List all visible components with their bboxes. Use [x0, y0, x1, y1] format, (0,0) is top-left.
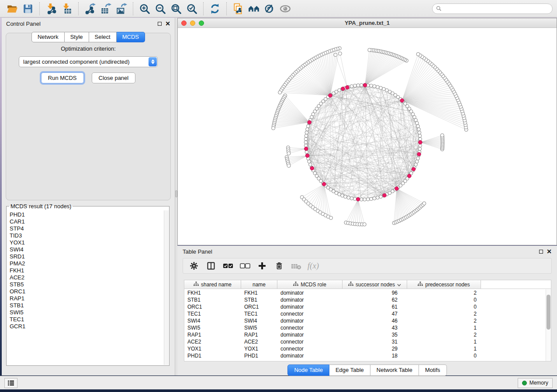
refresh-icon[interactable]: [207, 2, 223, 16]
close-panel-icon[interactable]: ✕: [165, 21, 170, 26]
mcds-node-item[interactable]: RAP1: [10, 295, 161, 302]
toolbar-separator: [78, 2, 79, 15]
import-network-icon[interactable]: [43, 2, 59, 16]
mcds-node-item[interactable]: YOX1: [10, 239, 161, 246]
search-input[interactable]: [444, 6, 549, 12]
delete-column-icon[interactable]: [273, 260, 286, 272]
mcds-node-item[interactable]: CAR1: [10, 218, 161, 225]
node-table: shared namenameMCDS rolesuccessor nodesp…: [184, 280, 551, 361]
optimization-select[interactable]: largest connected component (undirected): [19, 56, 158, 67]
tab-node-table[interactable]: Node Table: [287, 364, 329, 376]
birdseye-icon[interactable]: [277, 2, 293, 16]
cell-predecessor-nodes: 2: [407, 311, 481, 317]
table-row[interactable]: FKH1FKH1dominator962: [184, 289, 546, 296]
toggle-panes-icon[interactable]: [204, 260, 218, 272]
tab-network[interactable]: Network: [31, 32, 65, 42]
table-row[interactable]: STB1STB1dominator620: [184, 296, 546, 303]
save-icon[interactable]: [20, 2, 36, 16]
table-scrollbar[interactable]: [546, 289, 551, 361]
cell-shared-name: ACE2: [184, 339, 241, 345]
import-table-icon[interactable]: [59, 2, 75, 16]
export-table-icon[interactable]: [98, 2, 114, 16]
mcds-result-box: MCDS result (17 nodes) PHD1CAR1STP4TID3Y…: [6, 203, 170, 366]
mcds-node-item[interactable]: FKH1: [10, 267, 161, 274]
column-header-successor-nodes[interactable]: successor nodes: [343, 280, 407, 289]
mcds-node-item[interactable]: STP4: [10, 225, 161, 232]
unselect-all-icon[interactable]: [239, 260, 252, 272]
export-network-icon[interactable]: [82, 2, 98, 16]
column-header-MCDS-role[interactable]: MCDS role: [277, 280, 343, 289]
mcds-node-item[interactable]: TEC1: [10, 316, 161, 323]
table-row[interactable]: SWI4SWI4dominator462: [184, 317, 546, 324]
mcds-node-item[interactable]: TID3: [10, 232, 161, 239]
tab-edge-table[interactable]: Edge Table: [329, 364, 370, 376]
zoom-in-icon[interactable]: [137, 2, 152, 16]
table-row[interactable]: YOX1YOX1connector291: [184, 345, 546, 352]
function-builder-icon[interactable]: f(x): [307, 260, 320, 272]
toolbar-separator: [133, 2, 133, 15]
tree-column-icon: [194, 282, 199, 288]
network-canvas[interactable]: [178, 28, 557, 245]
table-scrollbar-thumb[interactable]: [547, 295, 550, 330]
float-table-panel-icon[interactable]: [539, 250, 543, 254]
network-window: YPA_prune.txt_1: [177, 18, 557, 245]
export-image-icon[interactable]: [114, 2, 129, 16]
table-settings-gear-icon[interactable]: [187, 260, 201, 272]
zoom-fit-icon[interactable]: [168, 2, 184, 16]
cell-successor-nodes: 29: [343, 346, 407, 352]
table-row[interactable]: SWI5SWI5connector431: [184, 324, 546, 331]
network-title: YPA_prune.txt_1: [178, 20, 557, 26]
table-row[interactable]: ORC1ORC1dominator610: [184, 303, 546, 310]
column-header-predecessor-nodes[interactable]: predecessor nodes: [407, 280, 481, 289]
mcds-result-list[interactable]: PHD1CAR1STP4TID3YOX1SWI4SRD1PMA2FKH1ACE2…: [7, 210, 164, 365]
float-panel-icon[interactable]: [158, 22, 162, 26]
add-column-icon[interactable]: [256, 260, 269, 272]
tab-mcds[interactable]: MCDS: [117, 32, 145, 42]
zoom-out-icon[interactable]: [152, 2, 168, 16]
zoom-selected-icon[interactable]: [184, 2, 200, 16]
mcds-node-item[interactable]: STB1: [10, 302, 161, 309]
tab-select[interactable]: Select: [89, 32, 117, 42]
mcds-node-item[interactable]: SWI4: [10, 246, 161, 253]
mcds-node-item[interactable]: ACE2: [10, 274, 161, 281]
column-header-shared-name[interactable]: shared name: [184, 280, 241, 289]
cell-shared-name: SWI4: [184, 318, 241, 324]
network-graph[interactable]: [178, 28, 557, 245]
clone-network-icon[interactable]: [230, 2, 246, 16]
table-row[interactable]: RAP1RAP1dominator352: [184, 331, 546, 338]
task-history-button[interactable]: [4, 378, 17, 388]
column-header-name[interactable]: name: [241, 280, 277, 289]
tab-network-table[interactable]: Network Table: [370, 364, 419, 376]
table-tabs: Node TableEdge TableNetwork TableMotifs: [177, 364, 557, 376]
delete-table-icon[interactable]: [290, 260, 303, 272]
mcds-node-item[interactable]: GCR1: [10, 323, 161, 330]
table-row[interactable]: ACE2ACE2connector311: [184, 338, 546, 345]
table-row[interactable]: PHD1PHD1dominator180: [184, 352, 546, 359]
close-table-panel-icon[interactable]: ✕: [547, 249, 552, 254]
find-icon[interactable]: [246, 2, 262, 16]
mcds-node-item[interactable]: PMA2: [10, 260, 161, 267]
mcds-node-item[interactable]: PHD1: [10, 211, 161, 218]
cell-predecessor-nodes: 0: [407, 304, 481, 310]
memory-button[interactable]: Memory: [518, 378, 553, 388]
cell-name: ACE2: [241, 339, 277, 345]
mcds-result-scrollbar[interactable]: [164, 210, 169, 365]
table-row[interactable]: TEC1TEC1connector472: [184, 310, 546, 317]
mcds-node-item[interactable]: ORC1: [10, 288, 161, 295]
close-panel-button[interactable]: Close panel: [92, 72, 136, 83]
mcds-node-item[interactable]: SWI5: [10, 309, 161, 316]
run-mcds-button[interactable]: Run MCDS: [41, 72, 84, 83]
cell-successor-nodes: 35: [343, 332, 407, 338]
table-panel: Table Panel ✕: [177, 246, 557, 375]
hide-details-icon[interactable]: [262, 2, 277, 16]
cell-shared-name: RAP1: [184, 332, 241, 338]
cell-MCDS-role: connector: [277, 325, 343, 331]
search-icon: [436, 6, 442, 11]
open-icon[interactable]: [4, 2, 20, 16]
tab-style[interactable]: Style: [65, 32, 89, 42]
select-all-icon[interactable]: [221, 260, 235, 272]
mcds-node-item[interactable]: STB5: [10, 281, 161, 288]
tab-motifs[interactable]: Motifs: [419, 364, 447, 376]
mcds-node-item[interactable]: SRD1: [10, 253, 161, 260]
control-panel-tabs: NetworkStyleSelectMCDS: [2, 32, 175, 42]
